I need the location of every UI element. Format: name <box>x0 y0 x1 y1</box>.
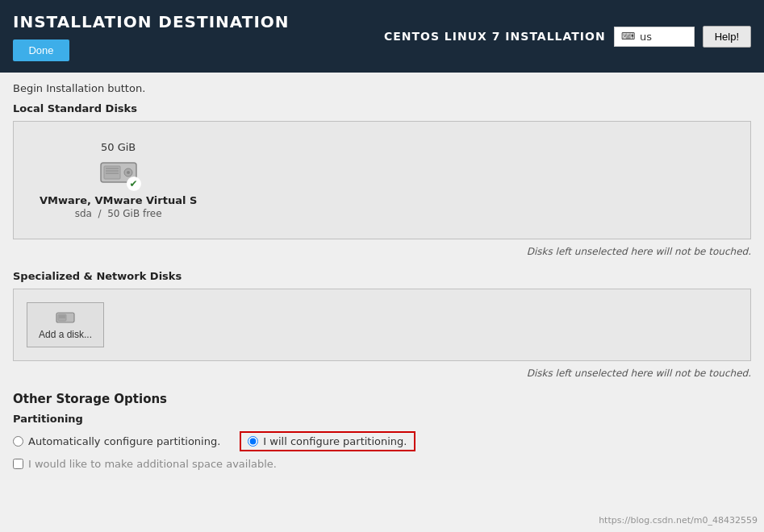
disk-icon-wrapper: ✔ <box>99 158 138 189</box>
svg-rect-1 <box>104 166 120 179</box>
additional-space-row: I would like to make additional space av… <box>13 458 751 470</box>
local-standard-disks-title: Local Standard Disks <box>13 102 751 114</box>
additional-space-label: I would like to make additional space av… <box>28 458 277 470</box>
auto-partition-label: Automatically configure partitioning. <box>28 435 220 447</box>
keyboard-input[interactable]: ⌨ us <box>614 27 695 47</box>
add-disk-button[interactable]: Add a disk... <box>27 302 104 347</box>
disks-hint: Disks left unselected here will not be t… <box>13 246 751 257</box>
manual-partition-option[interactable]: I will configure partitioning. <box>240 431 415 451</box>
page-title: INSTALLATION DESTINATION <box>13 12 290 31</box>
header-left: INSTALLATION DESTINATION Done <box>13 12 290 61</box>
add-disk-icon <box>56 310 75 326</box>
intro-text: Begin Installation button. <box>13 82 751 94</box>
watermark: https://blog.csdn.net/m0_48432559 <box>599 515 758 526</box>
manual-partition-label: I will configure partitioning. <box>263 435 407 447</box>
done-button[interactable]: Done <box>13 39 69 61</box>
disk-item[interactable]: 50 GiB ✔ VMware, VMware Virtual S sda / <box>27 135 210 226</box>
disk-grid: 50 GiB ✔ VMware, VMware Virtual S sda / <box>13 121 751 239</box>
specialized-title: Specialized & Network Disks <box>13 270 751 282</box>
manual-partition-radio[interactable] <box>248 436 258 447</box>
auto-partition-radio[interactable] <box>13 436 23 447</box>
check-badge: ✔ <box>127 177 141 191</box>
header: INSTALLATION DESTINATION Done CENTOS LIN… <box>0 0 764 73</box>
add-disk-label: Add a disk... <box>39 329 92 340</box>
disk-size: 50 GiB <box>101 141 136 153</box>
disk-details: sda / 50 GiB free <box>75 208 162 219</box>
specialized-hint: Disks left unselected here will not be t… <box>13 368 751 379</box>
svg-point-3 <box>127 171 130 174</box>
keyboard-icon: ⌨ <box>621 31 635 42</box>
header-right: CENTOS LINUX 7 INSTALLATION ⌨ us Help! <box>384 26 751 48</box>
specialized-section: Specialized & Network Disks Add a disk..… <box>13 270 751 379</box>
auto-partition-option[interactable]: Automatically configure partitioning. <box>13 435 220 447</box>
add-disk-area: Add a disk... <box>13 289 751 361</box>
keyboard-value: us <box>640 31 652 43</box>
other-storage-section: Other Storage Options Partitioning Autom… <box>13 392 751 470</box>
centos-title: CENTOS LINUX 7 INSTALLATION <box>384 30 606 43</box>
main-content: Begin Installation button. Local Standar… <box>0 73 764 480</box>
radio-row: Automatically configure partitioning. I … <box>13 431 751 451</box>
additional-space-checkbox[interactable] <box>13 459 23 469</box>
help-button[interactable]: Help! <box>703 26 751 48</box>
partitioning-label: Partitioning <box>13 413 751 425</box>
other-storage-title: Other Storage Options <box>13 392 751 406</box>
disk-name: VMware, VMware Virtual S <box>40 194 197 206</box>
